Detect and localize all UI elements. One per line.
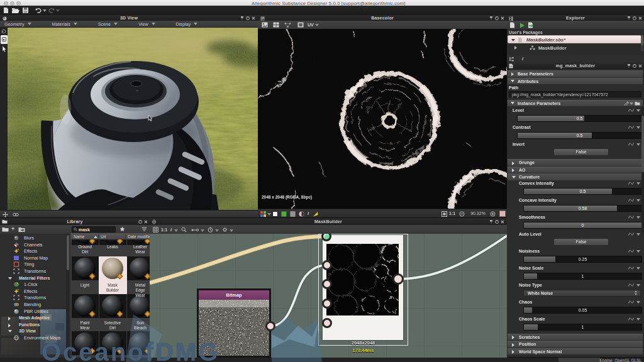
close-icon[interactable] [638,64,642,68]
pin-icon[interactable] [489,220,493,224]
library-tree-item-effects[interactable]: Effects [0,288,70,295]
gear-dropdown-arrow[interactable] [230,229,233,232]
library-tree-item-functions[interactable]: Functions [0,322,70,329]
node-input-connector-1[interactable] [322,260,332,270]
library-tree-item-environment-maps[interactable]: Environment Maps [0,335,70,342]
preset-dropdown-arrow[interactable] [630,102,633,105]
node-input-connector-2[interactable] [322,279,332,289]
function-icon[interactable] [628,232,634,237]
node-input-connector-3[interactable] [322,299,332,309]
library-tree-item-pbr-utilities[interactable]: PBR Utilities [0,309,70,315]
param-slider-noisiness[interactable]: 0.25 [523,256,642,263]
library-item-mask-builder[interactable]: Mask Builder [99,258,126,295]
menu-view[interactable]: View [138,21,155,27]
undo-dropdown-arrow[interactable] [43,9,47,12]
library-item[interactable] [99,332,126,358]
magnifier-icon[interactable] [181,227,187,233]
library-item-paint-wear[interactable]: Paint Wear [71,295,99,333]
color-picker-icon[interactable] [499,211,506,217]
mask-builder-node[interactable] [323,235,403,340]
param-slider-chaos[interactable]: 0.05 [523,307,642,314]
menu-geometry[interactable]: Geometry [4,21,31,27]
bitmap-node[interactable]: Bitmap [197,288,271,358]
float-icon[interactable] [495,16,499,20]
filter-icon[interactable] [142,227,147,231]
library-item[interactable] [71,332,99,358]
traffic-light-zoom[interactable] [16,1,21,6]
open-package-button[interactable] [12,8,19,14]
timer-dropdown-arrow[interactable] [215,229,219,232]
pan-axes-icon[interactable] [3,212,8,217]
close-icon[interactable] [144,220,148,224]
section-attributes[interactable]: Attributes [508,78,643,85]
param-dropdown-arrow[interactable] [636,301,640,304]
preset-folder-icon[interactable] [635,101,640,106]
library-item-light[interactable]: Light [71,258,99,295]
camera-tool-button[interactable] [1,35,8,44]
float-icon[interactable] [633,16,636,20]
function-icon[interactable] [628,198,634,203]
param-dropdown-arrow[interactable] [636,267,640,270]
library-tree-item-mesh-adaptive[interactable]: Mesh Adaptive [0,315,70,322]
param-dropdown-arrow[interactable] [636,216,640,219]
link-dropdown-arrow[interactable] [201,229,204,232]
section-base-parameters[interactable]: Base Parameters [508,70,643,78]
link-mode-icon[interactable] [191,228,199,232]
float-icon[interactable] [246,16,250,20]
param-slider-level[interactable]: 0.5 [517,115,642,122]
param-slider-contrast[interactable]: 0.5 [517,132,642,139]
node-output-connector[interactable] [392,273,404,285]
pin-icon[interactable] [240,16,244,20]
graph-row[interactable]: MaskBuilder [507,44,641,52]
function-icon[interactable] [628,215,634,220]
folder-icon[interactable] [2,227,9,232]
export-icon[interactable] [528,22,534,28]
param-dropdown-arrow[interactable] [636,126,640,129]
library-tree-item-transforms[interactable]: Transforms [0,268,70,275]
sync-icon[interactable] [1,29,6,34]
info-toggle-icon[interactable]: i [308,211,309,216]
pin-icon[interactable] [489,16,493,20]
param-dropdown-arrow[interactable] [636,199,640,202]
library-tree-item-material-filters[interactable]: Material Filters [0,275,70,282]
function-icon[interactable] [628,125,634,130]
link-icon[interactable] [13,212,19,217]
library-tree-item-channels[interactable]: Channels [0,242,70,249]
param-slider-noise-scale[interactable]: 1 [523,273,642,280]
favorites-star-icon[interactable] [119,226,125,232]
background-mode-icon[interactable] [297,22,304,28]
param-slider-concave-intensity[interactable]: 0.58 [523,205,642,212]
play-icon[interactable] [519,23,525,28]
param-toggle-auto-level[interactable]: False [553,238,609,246]
uv-mode-label[interactable]: UV [308,23,314,27]
menu-materials[interactable]: Materials [52,21,77,27]
gamma-icon[interactable] [299,211,304,217]
search-input[interactable]: mask [72,226,116,233]
params-scrollbar[interactable] [641,107,644,233]
column-header-url[interactable]: Url [98,234,126,239]
param-group-grunge[interactable]: Grunge [508,159,643,167]
param-dropdown-arrow[interactable] [636,233,640,236]
tiling-mode-icon[interactable] [273,22,279,28]
zoom-in-icon[interactable] [490,211,496,217]
library-item-sun-bleach[interactable]: Sun Bleach [126,295,150,333]
new-package-button[interactable] [3,7,9,14]
channels-dropdown-arrow[interactable] [267,213,271,216]
graph-canvas[interactable]: Bitmap [150,234,507,358]
library-tree-item-blending[interactable]: Blending [0,302,70,309]
float-icon[interactable] [495,220,499,224]
channels-select-icon[interactable] [260,211,266,217]
path-value-field[interactable]: pkg://mg_mask_builder?dependency=1217047… [509,91,641,97]
timer-icon[interactable] [208,227,213,233]
param-group-curvature[interactable]: Curvature [508,173,643,181]
import-folder-icon[interactable] [18,227,25,233]
redo-dropdown-arrow[interactable] [56,9,60,12]
float-icon[interactable] [138,220,142,224]
pin-icon[interactable] [627,16,631,20]
param-dropdown-arrow[interactable] [636,250,640,253]
section-instance-parameters[interactable]: Instance Parameters [508,100,643,107]
library-item-selective-dirt[interactable]: Selective Dirt [99,295,126,333]
undo-button[interactable] [35,7,42,14]
param-group-world-space-normal[interactable]: World Space Normal [508,348,643,356]
function-icon[interactable] [628,142,634,147]
